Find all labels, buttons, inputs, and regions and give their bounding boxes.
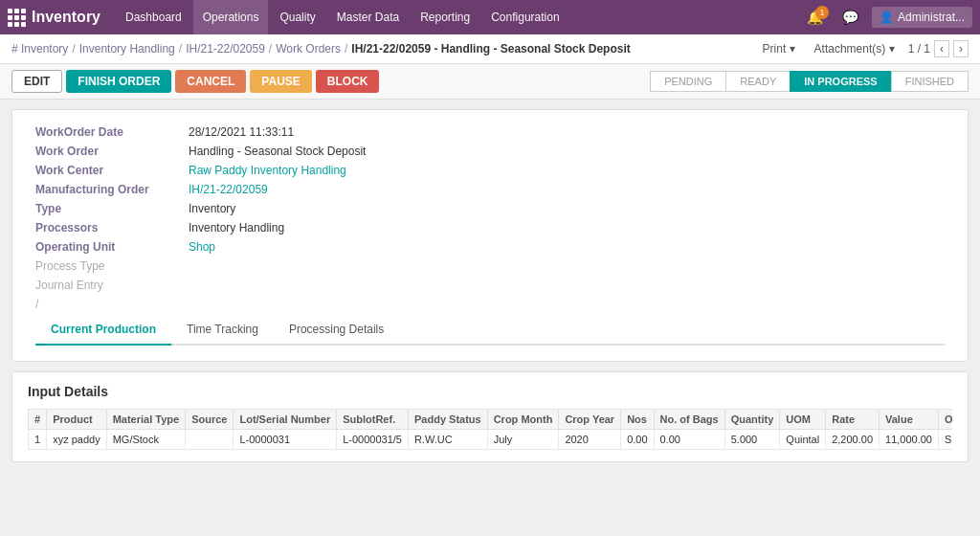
journal-entry-label: Journal Entry (35, 279, 189, 292)
pause-button[interactable]: PAUSE (250, 70, 311, 93)
col-rate: Rate (826, 410, 880, 430)
col-material-type: Material Type (106, 410, 186, 430)
breadcrumb-inventory[interactable]: # Inventory (11, 42, 68, 56)
manufacturing-order-value[interactable]: IH/21-22/02059 (189, 183, 268, 196)
attachment-button[interactable]: Attachment(s) ▾ (809, 40, 901, 57)
col-source: Source (186, 410, 234, 430)
form-row-operating-unit: Operating Unit Shop (35, 240, 945, 254)
print-button[interactable]: Print ▾ (757, 40, 801, 57)
breadcrumb-current: IH/21-22/02059 - Handling - Seasonal Sto… (351, 42, 630, 56)
input-details-card: Input Details # Product Material Type So… (11, 371, 969, 462)
nav-configuration[interactable]: Configuration (481, 0, 568, 34)
row-quantity: 5.000 (724, 430, 780, 450)
process-type-label: Process Type (35, 259, 189, 273)
pager-next-button[interactable]: › (953, 40, 969, 57)
action-buttons: EDIT FINISH ORDER CANCEL PAUSE BLOCK (11, 70, 379, 93)
form-row-processors: Processors Inventory Handling (35, 221, 945, 234)
app-title: Inventory (32, 9, 100, 26)
breadcrumb: # Inventory / Inventory Handling / IH/21… (11, 42, 631, 56)
row-nos: 0.00 (621, 430, 654, 450)
col-paddy-status: Paddy Status (408, 410, 487, 430)
operating-unit-value[interactable]: Shop (189, 240, 215, 254)
form-row-workorder-date: WorkOrder Date 28/12/2021 11:33:11 (35, 125, 945, 139)
cancel-button[interactable]: CANCEL (175, 70, 246, 93)
breadcrumb-bar: # Inventory / Inventory Handling / IH/21… (0, 34, 980, 64)
divider-slash: / (35, 298, 945, 311)
col-crop-month: Crop Month (487, 410, 559, 430)
input-details-title: Input Details (28, 384, 952, 399)
nav-master-data[interactable]: Master Data (327, 0, 409, 34)
row-paddy-status: R.W.UC (408, 430, 487, 450)
tabs: Current Production Time Tracking Process… (35, 315, 945, 346)
row-uom: Quintal (780, 430, 826, 450)
finish-order-button[interactable]: FINISH ORDER (66, 70, 171, 93)
workorder-date-label: WorkOrder Date (35, 125, 189, 139)
processors-value: Inventory Handling (189, 221, 284, 234)
row-product: xyz paddy (47, 430, 107, 450)
breadcrumb-inventory-handling[interactable]: Inventory Handling (79, 42, 175, 56)
form-row-work-center: Work Center Raw Paddy Inventory Handling (35, 164, 945, 177)
nav-dashboard[interactable]: Dashboard (116, 0, 191, 34)
nav-operations[interactable]: Operations (193, 0, 269, 34)
col-sublot-ref: SublotRef. (337, 410, 409, 430)
table-header-row: # Product Material Type Source Lot/Seria… (29, 410, 953, 430)
work-center-value[interactable]: Raw Paddy Inventory Handling (189, 164, 346, 177)
manufacturing-order-label: Manufacturing Order (35, 183, 189, 196)
col-no-of-bags: No. of Bags (654, 410, 724, 430)
tab-processing-details[interactable]: Processing Details (274, 315, 399, 346)
breadcrumb-ih-number[interactable]: IH/21-22/02059 (186, 42, 265, 56)
edit-button[interactable]: EDIT (11, 70, 62, 93)
form-row-process-type: Process Type (35, 259, 945, 273)
type-value: Inventory (189, 202, 235, 215)
work-order-value: Handling - Seasonal Stock Deposit (189, 145, 366, 158)
navbar: Inventory Dashboard Operations Quality M… (0, 0, 980, 34)
status-in-progress: IN PROGRESS (790, 71, 891, 92)
notification-badge: 1 (815, 6, 829, 19)
table-row: 1 xyz paddy MG/Stock L-0000031 L-0000031… (29, 430, 953, 450)
row-source (186, 430, 234, 450)
tab-current-production[interactable]: Current Production (35, 315, 171, 346)
row-num: 1 (29, 430, 47, 450)
tab-time-tracking[interactable]: Time Tracking (171, 315, 274, 346)
grid-icon (8, 9, 26, 27)
row-sublot-ref: L-0000031/5 (337, 430, 409, 450)
user-avatar-icon: 👤 (880, 11, 894, 24)
col-quantity: Quantity (724, 410, 780, 430)
breadcrumb-work-orders[interactable]: Work Orders (276, 42, 341, 56)
main-content: WorkOrder Date 28/12/2021 11:33:11 Work … (0, 100, 980, 481)
row-lot-serial: L-0000031 (234, 430, 337, 450)
chat-button[interactable]: 💬 (836, 8, 864, 27)
col-lot-serial: Lot/Serial Number (234, 410, 337, 430)
nav-quality[interactable]: Quality (270, 0, 324, 34)
col-num: # (29, 410, 47, 430)
user-menu-button[interactable]: 👤 Administrat... (872, 7, 972, 28)
pager: 1 / 1 ‹ › (908, 40, 969, 57)
row-crop-year: 2020 (559, 430, 621, 450)
pager-prev-button[interactable]: ‹ (934, 40, 949, 57)
app-brand[interactable]: Inventory (8, 9, 100, 27)
nav-reporting[interactable]: Reporting (411, 0, 479, 34)
col-product: Product (47, 410, 107, 430)
row-no-of-bags: 0.00 (654, 430, 724, 450)
notification-button[interactable]: 🔔 1 (801, 8, 829, 27)
col-crop-year: Crop Year (559, 410, 621, 430)
row-operating-unit: Shop (938, 430, 952, 450)
navbar-menu: Dashboard Operations Quality Master Data… (116, 0, 801, 34)
status-steps: PENDING READY IN PROGRESS FINISHED (651, 71, 969, 92)
input-details-table: # Product Material Type Source Lot/Seria… (28, 409, 952, 450)
form-row-manufacturing-order: Manufacturing Order IH/21-22/02059 (35, 183, 945, 196)
work-center-label: Work Center (35, 164, 189, 177)
row-material-type: MG/Stock (106, 430, 186, 450)
user-label: Administrat... (898, 11, 965, 24)
row-crop-month: July (487, 430, 559, 450)
form-card: WorkOrder Date 28/12/2021 11:33:11 Work … (11, 109, 969, 362)
block-button[interactable]: BLOCK (316, 70, 380, 93)
col-uom: UOM (780, 410, 826, 430)
breadcrumb-actions: Print ▾ Attachment(s) ▾ 1 / 1 ‹ › (757, 40, 969, 57)
form-row-type: Type Inventory (35, 202, 945, 215)
status-ready: READY (725, 71, 791, 92)
pager-count: 1 / 1 (908, 42, 930, 56)
navbar-right: 🔔 1 💬 👤 Administrat... (801, 7, 972, 28)
processors-label: Processors (35, 221, 189, 234)
status-finished: FINISHED (891, 71, 969, 92)
